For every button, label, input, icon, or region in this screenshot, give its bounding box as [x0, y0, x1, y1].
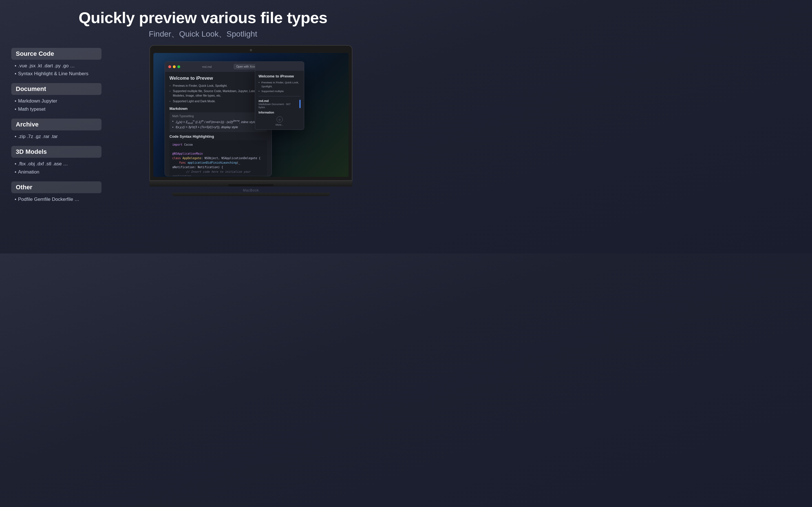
- macbook-label: MacBook: [243, 188, 259, 192]
- category-header-3d-models: 3D Models: [11, 146, 101, 158]
- side-bullet-1: Previews in Finder, Quick Look, Spotligh…: [259, 80, 301, 89]
- traffic-lights: [168, 65, 180, 68]
- macbook-base: [149, 181, 352, 186]
- more-icon: ☺: [276, 116, 283, 122]
- math-label: Math Typesetting: [172, 115, 264, 118]
- math-box: Math Typesetting Jα(x) = Σm=0∞ ((-1)m / …: [169, 112, 267, 132]
- content-bullet-2: Supported multiple file, Source Code, Ma…: [169, 89, 267, 98]
- content-bullet-1: Previews in Finder, Quick Look, Spotligh…: [169, 83, 267, 88]
- side-content-title: Welcome to iPrevew: [259, 74, 301, 78]
- bullet-icon: •: [15, 160, 16, 168]
- page-title: Quickly preview various file types: [6, 9, 400, 26]
- math-formula-2: f(x,y,z) = 3y²z(3 + (7x+5)/(1+y²)), disp…: [172, 125, 264, 129]
- macbook-screen: md.md Open with Xcode ⬆ Welcome to iPrev…: [153, 53, 349, 177]
- list-item: • .zip .7z .gz .rar .tar: [15, 133, 101, 141]
- category-items-3d-models: • .fbx .obj .dxf .stl .ase … • Animation: [11, 160, 101, 176]
- right-panel: md.md Open with Xcode ⬆ Welcome to iPrev…: [107, 45, 395, 253]
- content-bullet-3: Supported Light and Dark Mode.: [169, 99, 267, 104]
- category-archive: Archive • .zip .7z .gz .rar .tar: [11, 119, 101, 141]
- side-divider: [259, 96, 301, 96]
- list-item: • Markdown Jupyter: [15, 97, 101, 105]
- side-panel-header: [255, 62, 304, 71]
- code-section-title: Code Syntax Highlighting: [169, 134, 267, 138]
- bullet-icon: •: [15, 195, 16, 204]
- markdown-section-title: Markdown: [169, 107, 267, 111]
- list-item: • .vue .jsx .kt .dart .py .go …: [15, 62, 101, 70]
- category-other: Other • Podfile Gemfile Dockerfile …: [11, 181, 101, 204]
- code-line: // Insert code here to initialize your a…: [172, 170, 264, 176]
- main-layout: Source Code • .vue .jsx .kt .dart .py .g…: [0, 45, 406, 253]
- list-item: • Animation: [15, 168, 101, 176]
- side-bullet-2: Supported multiple: [259, 89, 301, 93]
- macbook-camera-row: [153, 49, 349, 51]
- list-item: • Syntax Highlight & Line Numbers: [15, 70, 101, 78]
- list-item: • Math typeset: [15, 105, 101, 114]
- side-filename: md.md: [259, 99, 297, 103]
- macbook-camera: [250, 49, 252, 51]
- code-line: @NSApplicationMain: [172, 152, 264, 156]
- category-header-source-code: Source Code: [11, 48, 101, 60]
- category-items-source-code: • .vue .jsx .kt .dart .py .go … • Syntax…: [11, 62, 101, 78]
- left-panel: Source Code • .vue .jsx .kt .dart .py .g…: [11, 45, 101, 253]
- page-subtitle: Finder、Quick Look、Spotlight: [6, 29, 400, 40]
- content-title: Welcome to iPrevew: [169, 76, 267, 81]
- macbook-container: md.md Open with Xcode ⬆ Welcome to iPrev…: [149, 45, 352, 196]
- bullet-icon: •: [15, 70, 16, 78]
- code-line: [172, 147, 264, 152]
- file-indicator: [299, 100, 301, 108]
- more-label: More...: [275, 123, 283, 126]
- side-panel-content: Welcome to iPrevew Previews in Finder, Q…: [255, 71, 304, 130]
- code-line: func applicationDidFinishLaunching(_ aNo…: [172, 161, 264, 170]
- traffic-light-minimize[interactable]: [173, 65, 175, 68]
- code-block: import Cocoa @NSApplicationMain class Ap…: [169, 140, 267, 176]
- category-items-document: • Markdown Jupyter • Math typeset: [11, 97, 101, 114]
- macbook-label-row: MacBook: [149, 186, 352, 193]
- list-item: • .fbx .obj .dxf .stl .ase …: [15, 160, 101, 168]
- side-panel: Welcome to iPrevew Previews in Finder, Q…: [255, 61, 304, 130]
- side-filetype: Markdown Document · 907 bytes: [259, 103, 297, 109]
- math-formula-1: Jα(x) = Σm=0∞ ((-1)m / m!Γ(m+α+1)) · (x/…: [172, 119, 264, 124]
- category-items-other: • Podfile Gemfile Dockerfile …: [11, 195, 101, 204]
- category-header-archive: Archive: [11, 119, 101, 130]
- bullet-icon: •: [15, 97, 16, 105]
- window-title: md.md: [180, 65, 234, 68]
- macbook-hinge: [229, 184, 273, 186]
- category-items-archive: • .zip .7z .gz .rar .tar: [11, 133, 101, 141]
- code-line: import Cocoa: [172, 143, 264, 147]
- traffic-light-close[interactable]: [168, 65, 171, 68]
- side-more-button[interactable]: ☺ More...: [259, 116, 301, 126]
- bullet-icon: •: [15, 133, 16, 141]
- macbook-frame: md.md Open with Xcode ⬆ Welcome to iPrev…: [149, 45, 352, 181]
- code-line: class AppDelegate: NSObject, NSApplicati…: [172, 156, 264, 161]
- macbook-stand: [172, 193, 330, 196]
- list-item: • Podfile Gemfile Dockerfile …: [15, 195, 101, 204]
- bullet-icon: •: [15, 105, 16, 114]
- side-info-header: Information: [259, 111, 301, 114]
- traffic-light-maximize[interactable]: [177, 65, 180, 68]
- code-section: Code Syntax Highlighting import Cocoa @N…: [169, 134, 267, 176]
- category-document: Document • Markdown Jupyter • Math types…: [11, 83, 101, 114]
- bullet-icon: •: [15, 168, 16, 176]
- category-header-other: Other: [11, 181, 101, 193]
- category-header-document: Document: [11, 83, 101, 95]
- page-header: Quickly preview various file types Finde…: [0, 0, 406, 45]
- category-3d-models: 3D Models • .fbx .obj .dxf .stl .ase … •…: [11, 146, 101, 176]
- category-source-code: Source Code • .vue .jsx .kt .dart .py .g…: [11, 48, 101, 78]
- bullet-icon: •: [15, 62, 16, 70]
